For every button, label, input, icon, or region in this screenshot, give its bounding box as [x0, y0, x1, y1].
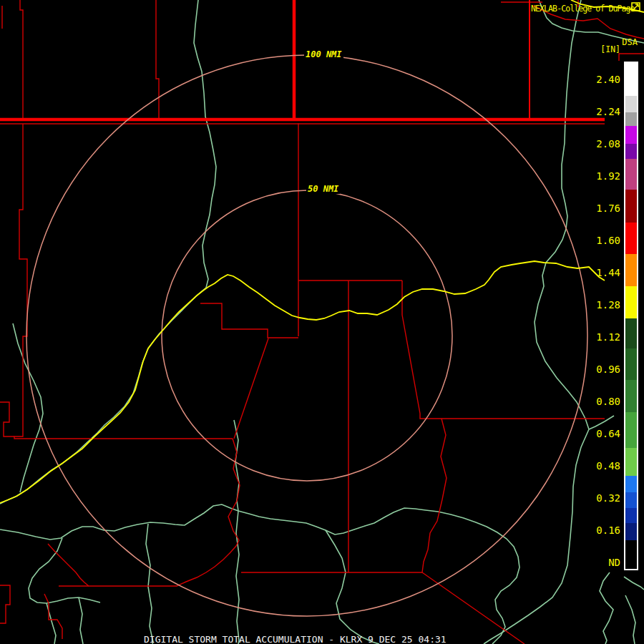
colorbar-segment-3 [625, 126, 637, 144]
colorbar-tick-label: 0.80 [0, 396, 620, 406]
colorbar-tick-label: 1.28 [0, 300, 620, 310]
colorbar-segment-17 [625, 508, 637, 523]
brand-title: NEXLAB-College of DuPage [531, 4, 635, 14]
colorbar [624, 62, 638, 570]
colorbar-segment-14 [625, 448, 637, 476]
colorbar-tick-label: 2.40 [0, 74, 620, 84]
colorbar-segment-5 [625, 159, 637, 190]
colorbar-segment-19 [625, 540, 637, 569]
colorbar-tick-label: 2.08 [0, 139, 620, 149]
colorbar-tick-label: 1.60 [0, 235, 620, 245]
colorbar-segment-15 [625, 476, 637, 492]
colorbar-tick-label: 1.92 [0, 171, 620, 181]
colorbar-segment-6 [625, 190, 637, 223]
state-border-lines [0, 0, 605, 119]
units-label: [IN] [600, 44, 620, 54]
range-ring-100nmi-label: 100 NMI [304, 49, 343, 59]
colorbar-segment-12 [625, 380, 637, 412]
colorbar-tick-label: 2.24 [0, 107, 620, 117]
colorbar-segment-2 [625, 112, 637, 126]
radar-map [0, 0, 644, 644]
colorbar-tick-label: 0.96 [0, 364, 620, 374]
product-code-label: DSA [622, 37, 638, 47]
range-ring-50nmi-label: 50 NMI [306, 184, 340, 194]
colorbar-segment-9 [625, 286, 637, 318]
colorbar-tick-label: 0.32 [0, 493, 620, 503]
colorbar-segment-7 [625, 223, 637, 254]
colorbar-segment-11 [625, 348, 637, 380]
colorbar-tick-label: 0.48 [0, 461, 620, 471]
colorbar-tick-label: 0.16 [0, 525, 620, 535]
county-boundary-lines [0, 0, 644, 644]
colorbar-segment-16 [625, 492, 637, 508]
colorbar-tick-label: ND [0, 557, 620, 567]
colorbar-tick-label: 1.44 [0, 268, 620, 278]
colorbar-segment-4 [625, 144, 637, 159]
colorbar-segment-0 [625, 63, 637, 96]
colorbar-segment-8 [625, 254, 637, 286]
radar-display: 100 NMI 50 NMI NEXLAB-College of DuPage … [0, 0, 644, 644]
nexlab-cursor-icon [631, 2, 641, 12]
colorbar-segment-18 [625, 523, 637, 540]
product-title: DIGITAL STORM TOTAL ACCUMULATION - KLRX … [144, 634, 447, 644]
colorbar-segment-13 [625, 412, 637, 448]
colorbar-tick-label: 0.64 [0, 429, 620, 439]
colorbar-tick-label: 1.76 [0, 203, 620, 213]
colorbar-tick-label: 1.12 [0, 332, 620, 342]
river-lines [0, 0, 644, 644]
colorbar-segment-1 [625, 96, 637, 112]
colorbar-segment-10 [625, 318, 637, 348]
